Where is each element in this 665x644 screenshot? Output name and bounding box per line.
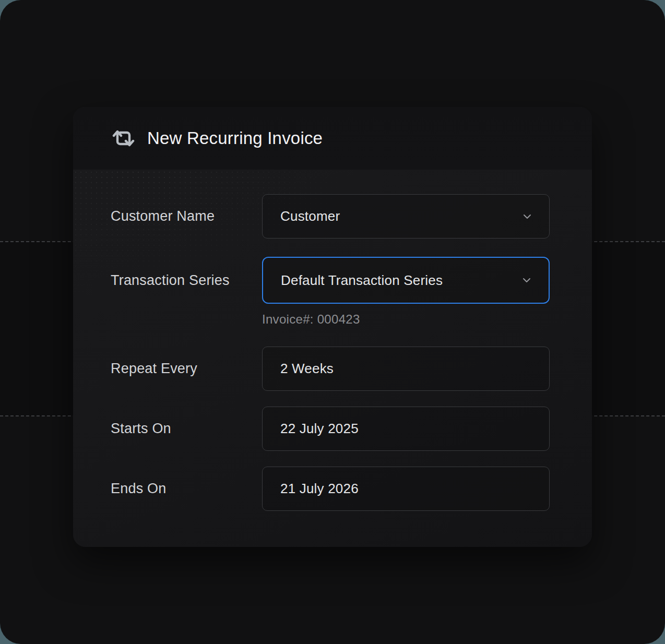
starts-on-row: Starts On 22 July 2025	[111, 407, 550, 451]
transaction-series-value: Default Transaction Series	[281, 272, 443, 289]
repeat-every-label: Repeat Every	[111, 361, 262, 377]
customer-name-label: Customer Name	[111, 208, 262, 224]
customer-name-row: Customer Name Customer	[111, 194, 550, 238]
repeat-icon	[110, 128, 135, 149]
chevron-down-icon	[521, 210, 533, 223]
customer-name-select[interactable]: Customer	[262, 194, 550, 238]
customer-name-value: Customer	[280, 208, 340, 224]
starts-on-label: Starts On	[111, 421, 262, 437]
repeat-every-value: 2 Weeks	[280, 361, 334, 377]
dialog-title: New Recurring Invoice	[147, 128, 323, 148]
ends-on-value: 21 July 2026	[280, 481, 359, 497]
app-background: New Recurring Invoice Customer Name Cust…	[0, 0, 665, 644]
dialog-body: Customer Name Customer Transaction Serie…	[73, 170, 592, 547]
dialog-header: New Recurring Invoice	[73, 107, 592, 170]
transaction-series-label: Transaction Series	[111, 272, 262, 289]
ends-on-date-field[interactable]: 21 July 2026	[262, 467, 550, 511]
transaction-series-select[interactable]: Default Transaction Series	[262, 257, 550, 304]
new-recurring-invoice-dialog: New Recurring Invoice Customer Name Cust…	[73, 107, 592, 547]
repeat-every-row: Repeat Every 2 Weeks	[111, 347, 550, 391]
transaction-series-row: Transaction Series Default Transaction S…	[111, 257, 550, 304]
ends-on-row: Ends On 21 July 2026	[111, 467, 550, 511]
ends-on-label: Ends On	[111, 481, 262, 497]
chevron-down-icon	[520, 274, 533, 287]
invoice-number-helper: Invoice#: 000423	[262, 312, 550, 327]
starts-on-value: 22 July 2025	[280, 421, 359, 437]
starts-on-date-field[interactable]: 22 July 2025	[262, 407, 550, 451]
repeat-every-field[interactable]: 2 Weeks	[262, 347, 550, 391]
